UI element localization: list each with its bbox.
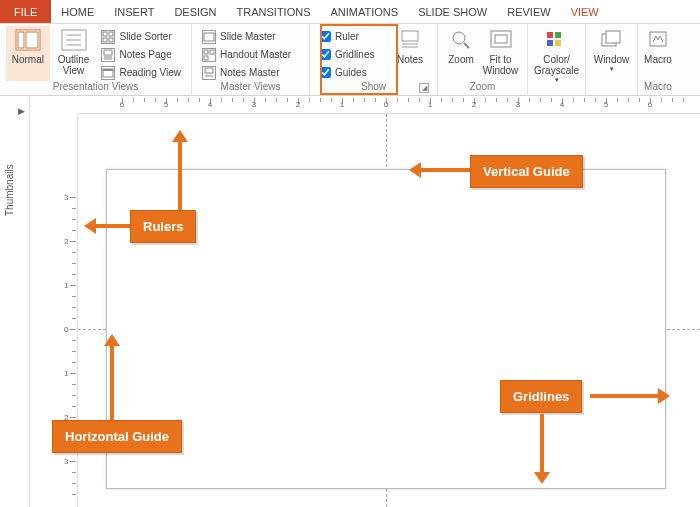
color-grayscale-button[interactable]: Color/ Grayscale▾: [534, 26, 579, 84]
group-presentation-views: Normal Outline View Slide Sorter Notes P…: [0, 24, 192, 95]
arrowhead-up-icon: [104, 334, 120, 346]
arrowhead-left-icon: [84, 218, 96, 234]
normal-label: Normal: [12, 54, 44, 65]
handout-master-icon: [202, 48, 216, 62]
svg-rect-9: [103, 38, 107, 42]
slide-master-button[interactable]: Slide Master: [198, 28, 295, 45]
gridlines-check-input[interactable]: [320, 49, 331, 60]
fit-window-button[interactable]: Fit to Window: [480, 26, 521, 81]
reading-view-icon: [101, 66, 115, 80]
group-window: Window▾: [586, 24, 638, 95]
svg-point-25: [453, 32, 465, 44]
tab-animations[interactable]: ANIMATIONS: [321, 0, 409, 23]
slide-master-icon: [202, 30, 216, 44]
tab-review[interactable]: REVIEW: [497, 0, 560, 23]
svg-rect-34: [606, 31, 620, 43]
svg-line-26: [464, 43, 469, 48]
arrowhead-up-icon: [172, 130, 188, 142]
callout-horizontal-guide: Horizontal Guide: [52, 420, 182, 453]
tab-design[interactable]: DESIGN: [164, 0, 226, 23]
normal-view-icon: [14, 28, 42, 52]
macros-button[interactable]: Macro: [644, 26, 672, 81]
group-label: [592, 81, 631, 95]
ribbon-tabs: FILE HOME INSERT DESIGN TRANSITIONS ANIM…: [0, 0, 700, 24]
svg-rect-29: [547, 32, 553, 38]
horizontal-ruler: 6543210123456: [78, 96, 700, 114]
zoom-icon: [447, 28, 475, 52]
svg-rect-2: [26, 32, 38, 48]
svg-rect-17: [204, 50, 208, 54]
svg-rect-22: [402, 31, 418, 41]
window-button[interactable]: Window▾: [592, 26, 631, 81]
arrowhead-down-icon: [534, 472, 550, 484]
group-show: Ruler Gridlines Guides Notes Show◢: [310, 24, 438, 95]
group-label: [534, 84, 579, 95]
guides-checkbox[interactable]: Guides: [316, 64, 388, 81]
outline-label: Outline View: [52, 54, 96, 76]
ruler-checkbox[interactable]: Ruler: [316, 28, 388, 45]
group-macros: Macro Macro: [638, 24, 678, 95]
group-label: Presentation Views: [6, 81, 185, 95]
tab-home[interactable]: HOME: [51, 0, 104, 23]
macros-icon: [644, 28, 672, 52]
ribbon: Normal Outline View Slide Sorter Notes P…: [0, 24, 700, 96]
thumbnails-panel[interactable]: ▶ Thumbnails: [0, 96, 30, 507]
handout-master-button[interactable]: Handout Master: [198, 46, 295, 63]
svg-rect-30: [555, 32, 561, 38]
notes-master-icon: [202, 66, 216, 80]
svg-rect-18: [210, 50, 214, 54]
ruler-check-input[interactable]: [320, 31, 331, 42]
slide-sorter-button[interactable]: Slide Sorter: [97, 28, 185, 45]
notes-page-icon: [101, 48, 115, 62]
group-color: Color/ Grayscale▾: [528, 24, 586, 95]
group-label: Master Views: [198, 81, 303, 95]
svg-rect-15: [103, 69, 113, 71]
guides-check-input[interactable]: [320, 67, 331, 78]
tab-transitions[interactable]: TRANSITIONS: [227, 0, 321, 23]
svg-rect-11: [104, 50, 112, 55]
slide-sorter-icon: [101, 30, 115, 44]
thumbnails-label: Thumbnails: [4, 164, 15, 216]
color-icon: [543, 28, 571, 52]
zoom-button[interactable]: Zoom: [444, 26, 478, 81]
tab-slideshow[interactable]: SLIDE SHOW: [408, 0, 497, 23]
outline-view-button[interactable]: Outline View: [52, 26, 96, 81]
notes-master-button[interactable]: Notes Master: [198, 64, 295, 81]
gridlines-checkbox[interactable]: Gridlines: [316, 46, 388, 63]
tab-file[interactable]: FILE: [0, 0, 51, 23]
arrow: [178, 140, 182, 210]
tab-insert[interactable]: INSERT: [104, 0, 164, 23]
svg-rect-20: [205, 68, 213, 73]
tab-view[interactable]: VIEW: [561, 0, 609, 23]
svg-rect-7: [103, 32, 107, 36]
callout-gridlines: Gridlines: [500, 380, 582, 413]
group-label: Macro: [644, 81, 672, 95]
fit-window-icon: [487, 28, 515, 52]
group-master-views: Slide Master Handout Master Notes Master…: [192, 24, 310, 95]
group-label: Zoom: [444, 81, 521, 95]
group-label: Show◢: [316, 81, 431, 95]
normal-view-button[interactable]: Normal: [6, 26, 50, 81]
arrow: [540, 414, 544, 474]
callout-rulers: Rulers: [130, 210, 196, 243]
notes-button[interactable]: Notes: [390, 26, 430, 81]
arrow: [110, 345, 114, 420]
chevron-right-icon[interactable]: ▶: [18, 106, 25, 116]
svg-rect-28: [495, 35, 507, 43]
group-zoom: Zoom Fit to Window Zoom: [438, 24, 528, 95]
notes-page-button[interactable]: Notes Page: [97, 46, 185, 63]
arrowhead-left-icon: [409, 162, 421, 178]
arrow: [590, 394, 660, 398]
arrowhead-right-icon: [658, 388, 670, 404]
show-dialog-launcher[interactable]: ◢: [419, 83, 429, 93]
window-icon: [598, 28, 626, 52]
reading-view-button[interactable]: Reading View: [97, 64, 185, 81]
notes-icon: [396, 28, 424, 52]
svg-rect-27: [491, 31, 511, 47]
svg-rect-16: [204, 33, 214, 41]
svg-rect-10: [109, 38, 113, 42]
svg-rect-32: [555, 40, 561, 46]
svg-rect-8: [109, 32, 113, 36]
arrow: [420, 168, 470, 172]
arrow: [95, 224, 130, 228]
